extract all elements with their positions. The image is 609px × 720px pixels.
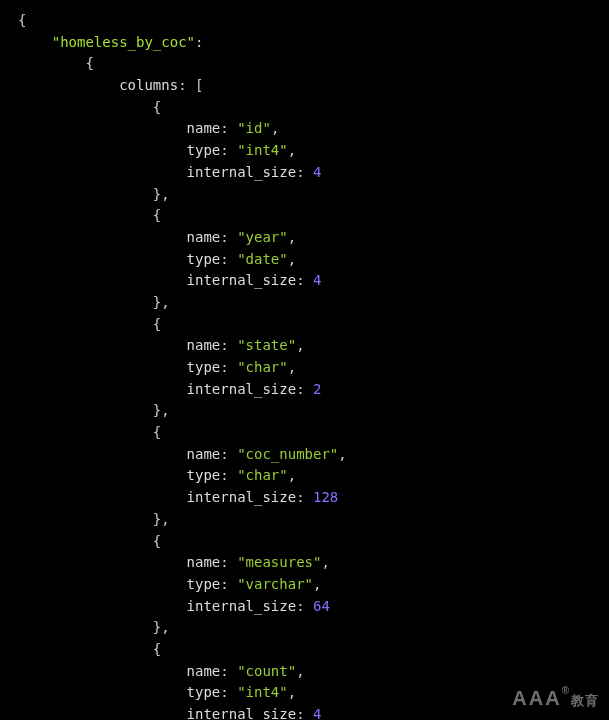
code-block: { "homeless_by_coc": { columns: [ { name… <box>18 10 591 720</box>
watermark-brand: AAA <box>512 687 561 709</box>
watermark-logo: AAA®教育 <box>512 683 599 714</box>
watermark-suffix: 教育 <box>571 693 599 708</box>
